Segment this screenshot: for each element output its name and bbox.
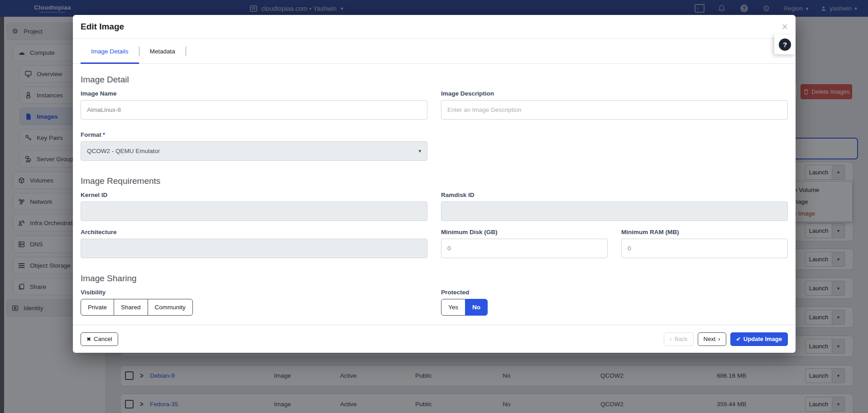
protected-field-wrap: Protected Yes No (441, 289, 788, 316)
image-name-input[interactable] (81, 100, 427, 120)
modal-title: Edit Image (81, 22, 124, 32)
back-button[interactable]: ‹ Back (664, 332, 693, 346)
kernel-id-input[interactable] (81, 202, 427, 221)
help-icon: ? (779, 38, 791, 51)
ramdisk-id-field-wrap: Ramdisk ID (441, 192, 788, 221)
section-heading-image-sharing: Image Sharing (81, 274, 788, 283)
visibility-shared-button[interactable]: Shared (114, 299, 148, 316)
section-heading-image-detail: Image Detail (81, 75, 788, 85)
required-asterisk: * (103, 131, 105, 138)
format-select-value: QCOW2 - QEMU Emulator (87, 148, 160, 154)
tab-image-details[interactable]: Image Details (81, 39, 139, 63)
architecture-label: Architecture (81, 229, 427, 235)
tab-metadata[interactable]: Metadata (139, 39, 186, 63)
tab-separator (186, 47, 186, 56)
min-ram-input[interactable] (621, 239, 788, 258)
modal-tabs: Image Details Metadata (73, 39, 796, 64)
image-name-field-wrap: Image Name (81, 90, 427, 120)
format-label: Format* (81, 131, 427, 138)
image-name-label: Image Name (81, 90, 427, 97)
check-icon: ✔ (736, 336, 741, 342)
ramdisk-id-input[interactable] (441, 202, 788, 221)
next-arrow-icon: › (718, 336, 720, 342)
image-description-label: Image Description (441, 90, 788, 97)
section-heading-image-requirements: Image Requirements (81, 176, 788, 186)
format-label-text: Format (81, 131, 101, 138)
format-field-wrap: Format* QCOW2 - QEMU Emulator ▾ (81, 131, 427, 161)
kernel-id-label: Kernel ID (81, 192, 427, 198)
footer-right-actions: ‹ Back Next › ✔ Update Image (664, 332, 788, 346)
close-icon[interactable]: × (782, 22, 788, 32)
update-image-button[interactable]: ✔ Update Image (730, 332, 788, 346)
format-select[interactable]: QCOW2 - QEMU Emulator ▾ (81, 141, 427, 161)
modal-footer: ✖ Cancel ‹ Back Next › ✔ Update Image (73, 325, 796, 353)
cancel-label: Cancel (94, 336, 112, 342)
image-description-input[interactable] (441, 100, 788, 120)
protected-button-group: Yes No (441, 299, 488, 316)
chevron-down-icon: ▾ (418, 148, 421, 154)
modal-body: Image Detail Image Name Image Descriptio… (73, 75, 796, 316)
architecture-field-wrap: Architecture (81, 229, 427, 258)
modal-header: Edit Image × (73, 15, 796, 39)
visibility-label: Visibility (81, 289, 427, 296)
edit-image-modal: ? Edit Image × Image Details Metadata Im… (73, 15, 796, 353)
min-disk-ram-wrap: Minimum Disk (GB) Minimum RAM (MB) (441, 229, 788, 258)
back-label: Back (675, 336, 688, 342)
modal-help-card[interactable]: ? (774, 34, 796, 54)
next-label: Next (704, 336, 716, 342)
min-ram-field-wrap: Minimum RAM (MB) (621, 229, 788, 258)
min-disk-label: Minimum Disk (GB) (441, 229, 608, 235)
cancel-button[interactable]: ✖ Cancel (81, 332, 118, 346)
visibility-field-wrap: Visibility Private Shared Community (81, 289, 427, 316)
architecture-input[interactable] (81, 239, 427, 258)
next-button[interactable]: Next › (698, 332, 726, 346)
visibility-community-button[interactable]: Community (148, 299, 193, 316)
ramdisk-id-label: Ramdisk ID (441, 192, 788, 198)
min-disk-field-wrap: Minimum Disk (GB) (441, 229, 608, 258)
kernel-id-field-wrap: Kernel ID (81, 192, 427, 221)
min-disk-input[interactable] (441, 239, 608, 258)
min-ram-label: Minimum RAM (MB) (621, 229, 788, 235)
x-icon: ✖ (86, 336, 91, 342)
visibility-button-group: Private Shared Community (81, 299, 193, 316)
update-image-label: Update Image (743, 336, 782, 342)
visibility-private-button[interactable]: Private (81, 299, 114, 316)
protected-no-button[interactable]: No (465, 299, 488, 316)
image-description-field-wrap: Image Description (441, 90, 788, 120)
protected-yes-button[interactable]: Yes (441, 299, 465, 316)
back-arrow-icon: ‹ (670, 336, 671, 342)
protected-label: Protected (441, 289, 788, 296)
